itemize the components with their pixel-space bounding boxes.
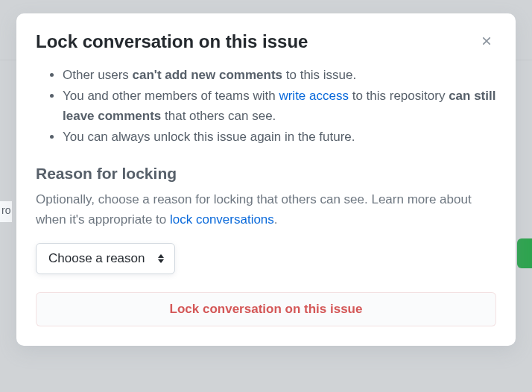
lock-conversations-link[interactable]: lock conversations [170,212,274,227]
close-icon [480,34,493,48]
updown-caret-icon [158,254,164,263]
info-text: that others can see. [161,109,276,123]
bg-button-fragment [517,238,532,268]
reason-description: Optionally, choose a reason for locking … [36,190,496,230]
write-access-link[interactable]: write access [279,89,349,103]
lock-conversation-button[interactable]: Lock conversation on this issue [36,292,496,326]
info-strong: can't add new comments [133,68,282,82]
modal-header: Lock conversation on this issue [36,31,496,52]
info-text: to this repository [349,89,449,103]
info-text: You can always unlock this issue again i… [63,130,355,144]
info-text: to this issue. [282,68,356,82]
lock-conversation-modal: Lock conversation on this issue Other us… [16,13,516,346]
modal-title: Lock conversation on this issue [36,31,308,52]
reason-select[interactable]: Choose a reason [36,243,175,274]
select-value: Choose a reason [48,251,145,265]
reason-heading: Reason for locking [36,165,496,183]
info-item: You and other members of teams with writ… [63,86,496,126]
info-item: You can always unlock this issue again i… [63,127,496,147]
info-text: You and other members of teams with [63,89,279,103]
close-button[interactable] [477,31,496,51]
bg-text-fragment: ro [0,201,12,222]
desc-text: . [274,212,278,227]
info-text: Other users [63,68,133,82]
info-item: Other users can't add new comments to th… [63,66,496,85]
info-list: Other users can't add new comments to th… [36,66,496,147]
